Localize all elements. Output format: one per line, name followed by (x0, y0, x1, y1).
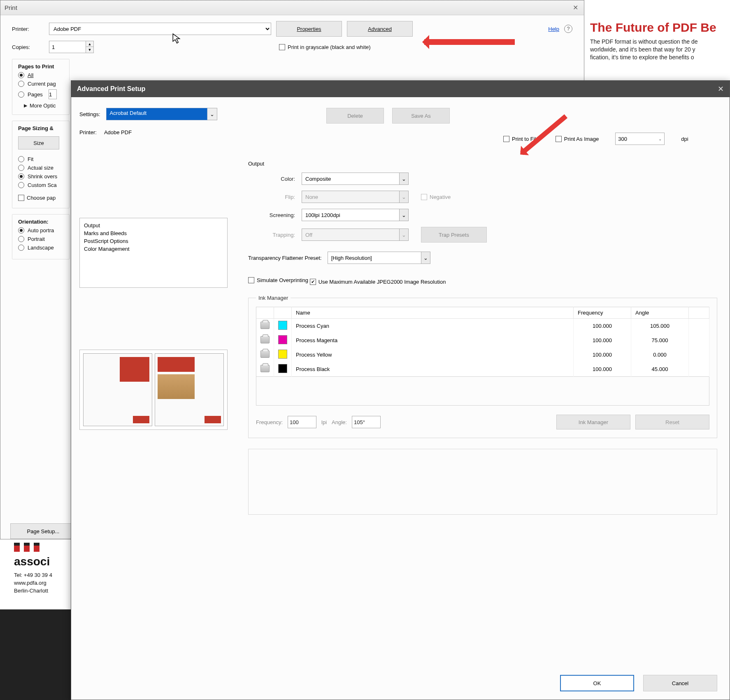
col-frequency[interactable]: Frequency (574, 307, 631, 319)
ink-frequency: 100.000 (574, 319, 631, 334)
simulate-overprint-checkbox[interactable]: Simulate Overprinting (248, 277, 308, 283)
category-item[interactable]: Output (84, 222, 223, 229)
ink-angle: 75.000 (631, 333, 689, 348)
printer-ink-icon (260, 365, 270, 372)
more-options[interactable]: ▶More Optic (24, 103, 63, 109)
settings-label: Settings: (79, 111, 100, 117)
printer-ink-icon (260, 336, 270, 343)
advanced-titlebar[interactable]: Advanced Print Setup ✕ (71, 81, 730, 97)
ok-button[interactable]: OK (560, 675, 634, 691)
color-select[interactable]: Composite⌄ (302, 173, 409, 185)
pages-input[interactable] (49, 89, 57, 99)
flattener-select[interactable]: [High Resolution]⌄ (328, 252, 430, 264)
help-icon[interactable]: ? (564, 25, 572, 33)
max-jpeg2000-checkbox[interactable]: ✔Use Maximum Available JPEG2000 Image Re… (310, 279, 446, 285)
print-as-image-checkbox[interactable]: Print As Image (556, 136, 599, 142)
radio-shrink[interactable]: Shrink overs (18, 173, 63, 180)
ink-frequency: 100.000 (574, 348, 631, 362)
output-section-label: Output (248, 161, 717, 167)
printer-select[interactable]: Adobe PDF (49, 23, 271, 35)
radio-auto-orient[interactable]: Auto portra (18, 227, 63, 233)
frequency-input[interactable] (288, 416, 316, 428)
flip-select: None⌄ (302, 191, 409, 203)
delete-button: Delete (326, 108, 384, 124)
radio-all[interactable]: All (18, 72, 63, 78)
copies-input[interactable] (49, 41, 86, 53)
printer-ink-icon (260, 322, 270, 329)
chevron-down-icon[interactable]: ⌄ (207, 108, 217, 120)
cursor-icon (172, 33, 181, 44)
reset-button: Reset (635, 415, 709, 429)
radio-portrait[interactable]: Portrait (18, 236, 63, 242)
ink-frequency: 100.000 (574, 362, 631, 377)
advanced-button[interactable]: Advanced (347, 21, 413, 37)
radio-actual[interactable]: Actual size (18, 165, 63, 171)
radio-current[interactable]: Current pag (18, 81, 63, 87)
size-button[interactable]: Size (18, 136, 59, 149)
chevron-down-icon: ⌄ (399, 173, 408, 184)
category-list[interactable]: Output Marks and Bleeds PostScript Optio… (79, 218, 228, 288)
close-icon[interactable]: ✕ (718, 84, 724, 93)
article-text: worldwide, and it's been that way for 20… (590, 46, 730, 54)
radio-fit[interactable]: Fit (18, 156, 63, 162)
ink-angle: 105.000 (631, 319, 689, 334)
trap-presets-button: Trap Presets (421, 227, 487, 243)
radio-pages[interactable]: Pages (18, 89, 63, 99)
category-item[interactable]: Marks and Bleeds (84, 229, 223, 237)
ink-manager-group: Ink Manager Name Frequency Angle Process… (248, 295, 717, 438)
spin-down-icon[interactable]: ▼ (86, 47, 93, 53)
ink-frequency: 100.000 (574, 333, 631, 348)
triangle-right-icon: ▶ (24, 103, 27, 108)
contact-info: Tel: +49 30 39 4 www.pdfa.org Berlin-Cha… (14, 572, 72, 595)
ink-name: Process Cyan (292, 319, 574, 334)
annotation-arrow (424, 39, 515, 45)
cancel-button[interactable]: Cancel (643, 675, 717, 691)
logo-text: associ (14, 555, 72, 568)
chevron-down-icon[interactable]: ⌄ (658, 137, 662, 141)
print-titlebar[interactable]: Print ✕ (0, 0, 584, 15)
help-link[interactable]: Help (548, 26, 559, 32)
table-row[interactable]: Process Yellow100.0000.000 (256, 348, 709, 362)
table-row[interactable]: Process Magenta100.00075.000 (256, 333, 709, 348)
grayscale-checkbox[interactable]: Print in grayscale (black and white) (279, 44, 371, 50)
ink-table[interactable]: Name Frequency Angle Process Cyan100.000… (256, 307, 709, 377)
ink-name: Process Magenta (292, 333, 574, 348)
col-name[interactable]: Name (292, 307, 574, 319)
table-row[interactable]: Process Cyan100.000105.000 (256, 319, 709, 334)
flip-label: Flip: (248, 194, 302, 200)
description-area (248, 449, 717, 515)
settings-select[interactable]: Acrobat Default ⌄ (106, 108, 217, 120)
dpi-input[interactable]: 300⌄ (615, 133, 665, 145)
angle-input[interactable] (352, 416, 381, 428)
col-angle[interactable]: Angle (631, 307, 689, 319)
screening-select[interactable]: 100lpi 1200dpi⌄ (302, 209, 409, 221)
adv-printer-value: Adobe PDF (104, 129, 132, 135)
copies-spinner[interactable]: ▲▼ (49, 41, 94, 53)
angle-label: Angle: (332, 419, 347, 425)
category-item[interactable]: PostScript Options (84, 237, 223, 245)
footer-contact-card: associ Tel: +49 30 39 4 www.pdfa.org Ber… (0, 535, 72, 609)
printer-ink-icon (260, 350, 270, 358)
trapping-label: Trapping: (248, 232, 302, 238)
pages-group-title: Pages to Print (18, 63, 63, 70)
category-item[interactable]: Color Management (84, 245, 223, 253)
sizing-group-title: Page Sizing & (18, 125, 63, 131)
save-as-button: Save As (392, 108, 450, 124)
choose-paper-checkbox[interactable]: Choose pap (18, 195, 56, 201)
orientation-title: Orientation: (18, 219, 63, 225)
color-label: Color: (248, 176, 302, 182)
page-setup-button[interactable]: Page Setup... (10, 523, 76, 539)
ink-angle: 0.000 (631, 348, 689, 362)
dpi-label: dpi (681, 136, 688, 142)
print-preview (79, 350, 228, 430)
table-row[interactable]: Process Black100.00045.000 (256, 362, 709, 377)
properties-button[interactable]: Properties (276, 21, 342, 37)
radio-custom[interactable]: Custom Sca (18, 182, 63, 188)
close-icon[interactable]: ✕ (571, 4, 580, 12)
frequency-label: Frequency: (256, 419, 283, 425)
spin-up-icon[interactable]: ▲ (86, 41, 93, 47)
ink-manager-button[interactable]: Ink Manager (556, 415, 630, 429)
radio-landscape[interactable]: Landscape (18, 245, 63, 251)
trapping-select: Off⌄ (302, 229, 409, 241)
article-headline: The Future of PDF Be (590, 21, 730, 35)
